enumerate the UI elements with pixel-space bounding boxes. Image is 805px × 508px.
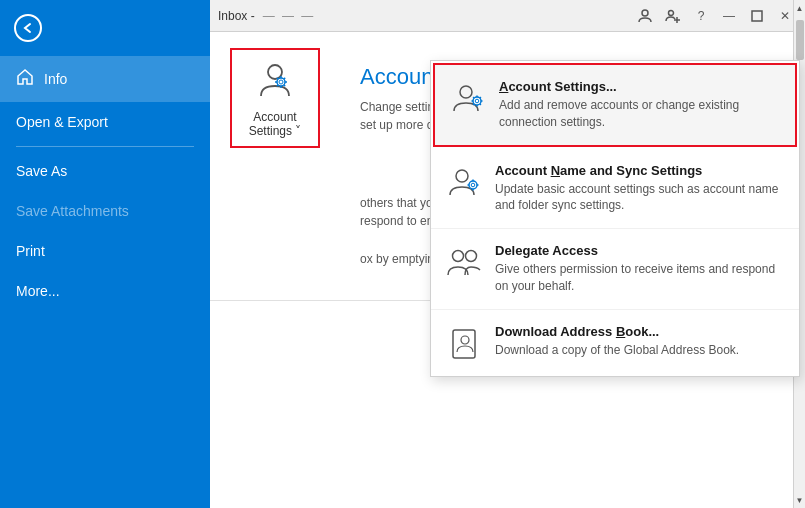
scroll-down-arrow[interactable]: ▼ xyxy=(794,492,806,508)
svg-line-15 xyxy=(277,85,278,86)
menu-item-name-sync[interactable]: Account Name and Sync Settings Update ba… xyxy=(431,149,799,230)
title-bar: Inbox - — — — xyxy=(210,0,805,32)
name-sync-menu-icon xyxy=(447,165,483,201)
app-container: Info Open & Export Save As Save Attachme… xyxy=(0,0,805,508)
svg-point-37 xyxy=(466,251,477,262)
sidebar-item-open-export[interactable]: Open & Export xyxy=(0,102,210,142)
sidebar-item-print[interactable]: Print xyxy=(0,231,210,271)
address-book-menu-desc: Download a copy of the Global Address Bo… xyxy=(495,342,783,359)
dropdown-arrow: ˅ xyxy=(295,124,301,138)
sidebar-info-label: Info xyxy=(44,71,67,87)
delegate-access-menu-icon xyxy=(447,245,483,281)
account-icon-btn[interactable] xyxy=(633,4,657,28)
scroll-up-arrow[interactable]: ▲ xyxy=(794,0,806,16)
add-account-btn[interactable] xyxy=(661,4,685,28)
name-sync-menu-desc: Update basic account settings such as ac… xyxy=(495,181,783,215)
svg-line-25 xyxy=(473,97,474,98)
name-sync-menu-content: Account Name and Sync Settings Update ba… xyxy=(495,163,783,215)
window-title: Inbox - xyxy=(218,9,255,23)
svg-point-30 xyxy=(469,181,477,189)
home-icon xyxy=(16,68,34,90)
address-book-menu-icon xyxy=(447,326,483,362)
title-ellipsis: — — — xyxy=(263,9,316,23)
name-rest: ame and Sync Settings xyxy=(560,163,702,178)
sidebar-divider-1 xyxy=(16,146,194,147)
sidebar-item-save-attachments: Save Attachments xyxy=(0,191,210,231)
person-gear-icon xyxy=(253,58,297,106)
svg-point-18 xyxy=(460,86,472,98)
menu-item-address-book[interactable]: Download Address Book... Download a copy… xyxy=(431,310,799,376)
main-content: Inbox - — — — xyxy=(210,0,805,508)
book-rest: ook... xyxy=(625,324,659,339)
svg-line-12 xyxy=(277,78,278,79)
address-book-menu-title: Download Address Book... xyxy=(495,324,783,339)
svg-point-0 xyxy=(642,10,648,16)
delegate-access-menu-content: Delegate Access Give others permission t… xyxy=(495,243,783,295)
open-export-label: Open & Export xyxy=(16,114,108,130)
back-button[interactable] xyxy=(8,8,48,48)
address-book-menu-content: Download Address Book... Download a copy… xyxy=(495,324,783,359)
title-bar-right: ? — ✕ xyxy=(633,4,797,28)
account-settings-menu-icon xyxy=(451,81,487,117)
delegate-access-menu-desc: Give others permission to receive items … xyxy=(495,261,783,295)
account-settings-menu-desc: Add and remove accounts or change existi… xyxy=(499,97,779,131)
account-settings-btn-label: AccountSettings ˅ xyxy=(249,110,302,138)
title-rest: ccount Settings... xyxy=(508,79,616,94)
svg-line-26 xyxy=(480,104,481,105)
account-settings-menu-title: Account Settings... xyxy=(499,79,779,94)
back-circle-icon xyxy=(14,14,42,42)
save-attachments-label: Save Attachments xyxy=(16,203,129,219)
svg-point-19 xyxy=(473,97,481,105)
print-label: Print xyxy=(16,243,45,259)
title-bar-left: Inbox - — — — xyxy=(218,9,315,23)
minimize-btn[interactable]: — xyxy=(717,4,741,28)
account-settings-dropdown: Account Settings... Add and remove accou… xyxy=(430,60,800,377)
svg-point-29 xyxy=(456,170,468,182)
more-label: More... xyxy=(16,283,60,299)
account-settings-ribbon-btn[interactable]: AccountSettings ˅ xyxy=(230,48,320,148)
save-as-label: Save As xyxy=(16,163,67,179)
account-settings-menu-content: Account Settings... Add and remove accou… xyxy=(499,79,779,131)
delegate-access-menu-title: Delegate Access xyxy=(495,243,783,258)
sidebar-item-info[interactable]: Info xyxy=(0,56,210,102)
svg-point-6 xyxy=(277,78,285,86)
sidebar: Info Open & Export Save As Save Attachme… xyxy=(0,0,210,508)
svg-line-27 xyxy=(480,97,481,98)
scroll-thumb[interactable] xyxy=(796,20,804,60)
svg-point-1 xyxy=(669,10,674,15)
menu-item-delegate-access[interactable]: Delegate Access Give others permission t… xyxy=(431,229,799,310)
book-underline-b: B xyxy=(616,324,625,339)
restore-btn[interactable] xyxy=(745,4,769,28)
svg-point-5 xyxy=(268,65,282,79)
svg-point-39 xyxy=(461,336,469,344)
menu-item-account-settings[interactable]: Account Settings... Add and remove accou… xyxy=(433,63,797,147)
name-sync-menu-title: Account Name and Sync Settings xyxy=(495,163,783,178)
svg-line-13 xyxy=(284,85,285,86)
help-btn[interactable]: ? xyxy=(689,4,713,28)
account-settings-icon-area xyxy=(251,58,299,106)
svg-point-36 xyxy=(453,251,464,262)
title-underline-a: A xyxy=(499,79,508,94)
name-underline-n: N xyxy=(551,163,560,178)
svg-line-28 xyxy=(473,104,474,105)
svg-rect-4 xyxy=(752,11,762,21)
sidebar-item-more[interactable]: More... xyxy=(0,271,210,311)
svg-line-14 xyxy=(284,78,285,79)
sidebar-item-save-as[interactable]: Save As xyxy=(0,151,210,191)
